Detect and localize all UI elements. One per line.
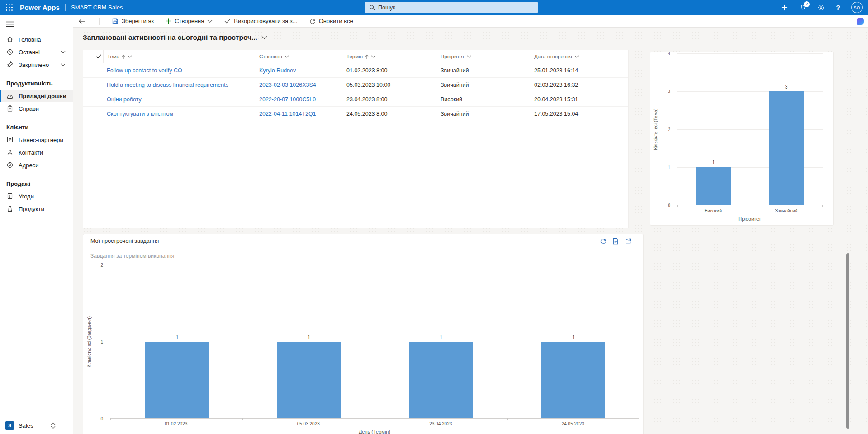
- save-icon: [112, 18, 119, 24]
- subject-link[interactable]: Follow up contact to verify CO: [107, 63, 182, 77]
- topbar-actions: 7 ? SO: [781, 0, 863, 15]
- created-cell: 02.03.2023 16:32: [534, 78, 578, 92]
- notifications-bell-icon[interactable]: 7: [799, 4, 806, 11]
- table-row[interactable]: Follow up contact to verify CO Kyrylo Ru…: [83, 63, 628, 78]
- table-row[interactable]: Hold a meeting to discuss financial requ…: [83, 78, 628, 92]
- subject-link[interactable]: Hold a meeting to discuss financial requ…: [107, 78, 228, 92]
- priority-cell: Звичайний: [441, 63, 469, 77]
- settings-gear-icon[interactable]: [817, 4, 825, 11]
- sidebar-item-recent[interactable]: Останні: [0, 46, 73, 58]
- activities-table-card: Тема Стосовно Термін Пріоритет: [83, 50, 629, 228]
- sidebar-item-pinned[interactable]: Закріплено: [0, 58, 73, 71]
- command-bar-divider: [99, 18, 100, 25]
- column-header-created[interactable]: Дата створення: [534, 50, 579, 63]
- sidebar-section-sales: Продажі: [0, 177, 73, 190]
- filter-chevron-icon: [285, 55, 289, 58]
- sidebar-item-deals[interactable]: Угоди: [0, 190, 73, 203]
- x-axis-title: День (Термін): [110, 429, 639, 434]
- tasks-card-header: Мої прострочені завдання: [83, 234, 643, 248]
- subject-link[interactable]: Оціни роботу: [107, 92, 142, 106]
- regarding-link[interactable]: 2023-02-03 1026X3S4: [259, 78, 316, 92]
- environment-picker[interactable]: S Sales: [0, 417, 73, 434]
- regarding-link[interactable]: 2022-20-07 1000C5L0: [259, 92, 316, 106]
- help-icon[interactable]: ?: [836, 4, 840, 11]
- chevron-down-icon[interactable]: [61, 63, 66, 66]
- due-cell: 01.02.2023 8:00: [346, 63, 387, 77]
- dashboard-icon: [6, 92, 14, 99]
- table-row[interactable]: Сконтуктувати з клієнтом 2022-04-11 1014…: [83, 107, 628, 121]
- brand-logo[interactable]: Power Apps: [20, 4, 60, 11]
- plus-icon: [166, 18, 171, 24]
- table-row[interactable]: Оціни роботу 2022-20-07 1000C5L0 23.04.2…: [83, 92, 628, 107]
- shopping-bag-icon: [6, 205, 14, 212]
- created-cell: 20.04.2023 15:31: [534, 92, 578, 106]
- column-header-priority[interactable]: Пріоритет: [441, 50, 471, 63]
- sidebar-item-business-partners[interactable]: Бізнес-партнери: [0, 133, 73, 146]
- back-button[interactable]: [76, 19, 89, 24]
- x-axis-categories: Високий Звичайний: [677, 208, 823, 215]
- clipboard-icon: [6, 105, 14, 112]
- bar-value-label: 1: [541, 335, 605, 340]
- bar-task[interactable]: 1: [409, 342, 473, 419]
- filter-chevron-icon: [467, 55, 471, 58]
- filter-chevron-icon: [128, 55, 132, 58]
- checkmark-icon: [224, 19, 231, 24]
- hamburger-menu-icon[interactable]: [0, 15, 73, 33]
- bar-value-label: 1: [409, 335, 473, 340]
- notification-badge: 7: [804, 1, 810, 7]
- regarding-link[interactable]: 2022-04-11 1014T2Q1: [259, 107, 316, 121]
- chevron-down-icon[interactable]: [61, 51, 66, 54]
- x-axis-categories: 01.02.2023 05.03.2023 23.04.2023 24.05.2…: [110, 421, 639, 428]
- y-axis-ticks: 2 1 0: [83, 265, 107, 419]
- back-arrow-icon: [79, 19, 86, 24]
- priority-chart-plot: 1 3: [677, 53, 823, 205]
- refresh-all-button[interactable]: Оновити все: [304, 15, 359, 27]
- refresh-icon[interactable]: [600, 238, 607, 245]
- priority-chart-card: Кількість: всі (Тема) 4 3 2 1 0 1 3 Висо…: [650, 52, 834, 226]
- bar-task[interactable]: 1: [541, 342, 605, 419]
- bar-task[interactable]: 1: [277, 342, 341, 419]
- sidebar-item-home[interactable]: Головна: [0, 33, 73, 46]
- column-header-due[interactable]: Термін: [346, 50, 375, 63]
- bar-normal[interactable]: 3: [769, 91, 804, 205]
- copilot-icon[interactable]: [857, 18, 864, 25]
- pin-icon: [6, 61, 14, 68]
- search-input[interactable]: Пошук: [365, 2, 538, 13]
- column-header-subject[interactable]: Тема: [103, 50, 132, 63]
- sidebar-item-dashboards[interactable]: Приладні дошки: [0, 90, 73, 102]
- select-all-checkbox[interactable]: [96, 50, 101, 63]
- deal-icon: [6, 193, 14, 200]
- vertical-scrollbar[interactable]: [846, 253, 849, 429]
- sidebar-item-products[interactable]: Продукти: [0, 203, 73, 215]
- main-content: Заплановані активності на сьогодні та пр…: [73, 28, 868, 434]
- screen: Power Apps SMART CRM Sales Пошук 7 ? SO: [0, 0, 868, 434]
- sort-asc-icon: [365, 54, 369, 59]
- bar-value-label: 1: [145, 335, 209, 340]
- table-header-row: Тема Стосовно Термін Пріоритет: [83, 50, 628, 63]
- home-icon: [6, 36, 14, 43]
- expand-chart-icon[interactable]: [625, 238, 631, 245]
- sidebar-item-addresses[interactable]: Адреси: [0, 159, 73, 171]
- bar-high[interactable]: 1: [696, 167, 731, 205]
- due-cell: 05.03.2023 10:00: [346, 78, 390, 92]
- subject-link[interactable]: Сконтуктувати з клієнтом: [107, 107, 173, 121]
- topbar-divider: [65, 4, 66, 11]
- user-avatar[interactable]: SO: [851, 2, 863, 13]
- chevron-down-icon: [207, 19, 213, 23]
- sidebar-item-contacts[interactable]: Контакти: [0, 146, 73, 159]
- regarding-link[interactable]: Kyrylo Rudnev: [259, 63, 296, 77]
- column-header-regarding[interactable]: Стосовно: [259, 50, 289, 63]
- create-button[interactable]: Створення: [160, 15, 218, 27]
- app-name[interactable]: SMART CRM Sales: [71, 4, 123, 11]
- y-axis-ticks: 4 3 2 1 0: [650, 53, 674, 205]
- bar-task[interactable]: 1: [145, 342, 209, 419]
- add-icon[interactable]: [781, 4, 788, 11]
- save-as-button[interactable]: Зберегти як: [106, 15, 160, 27]
- command-bar: Зберегти як Створення Використовувати за…: [73, 15, 868, 28]
- dashboard-selector[interactable]: Заплановані активності на сьогодні та пр…: [83, 33, 267, 42]
- sidebar-item-activities[interactable]: Справи: [0, 102, 73, 115]
- x-axis-title: Пріоритет: [677, 216, 823, 222]
- waffle-menu-icon[interactable]: [3, 0, 16, 15]
- view-records-icon[interactable]: [612, 238, 619, 245]
- use-as-template-button[interactable]: Використовувати за з...: [218, 15, 303, 27]
